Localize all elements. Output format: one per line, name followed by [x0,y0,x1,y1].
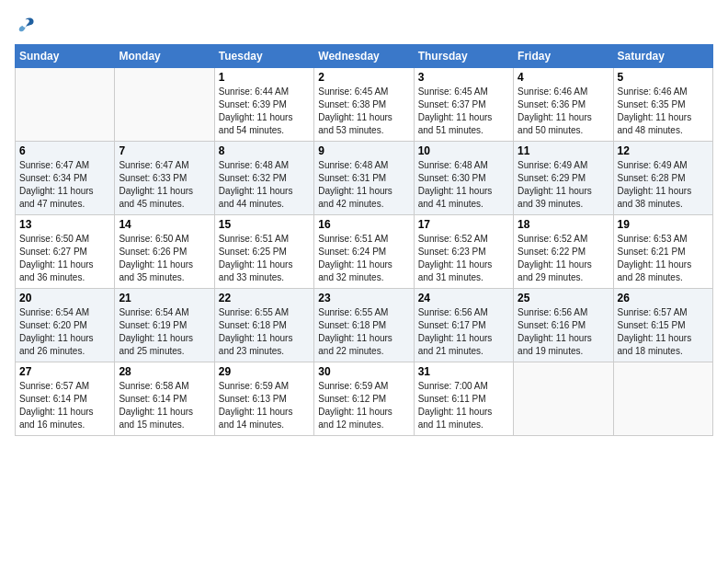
logo-bird-icon [15,15,37,37]
calendar-week-row: 27Sunrise: 6:57 AMSunset: 6:14 PMDayligh… [16,362,713,436]
calendar-cell: 20Sunrise: 6:54 AMSunset: 6:20 PMDayligh… [16,289,115,362]
calendar-cell: 22Sunrise: 6:55 AMSunset: 6:18 PMDayligh… [214,289,313,362]
day-number: 8 [219,144,310,157]
day-number: 4 [518,71,609,84]
day-number: 29 [219,365,310,378]
day-info: Sunrise: 6:59 AMSunset: 6:12 PMDaylight:… [318,380,409,431]
day-info: Sunrise: 6:54 AMSunset: 6:20 PMDaylight:… [19,306,110,358]
calendar-cell [613,362,712,436]
day-info: Sunrise: 6:50 AMSunset: 6:26 PMDaylight:… [119,233,210,284]
calendar-cell: 19Sunrise: 6:53 AMSunset: 6:21 PMDayligh… [613,215,712,289]
day-number: 11 [518,144,609,157]
day-info: Sunrise: 6:47 AMSunset: 6:34 PMDaylight:… [19,159,110,211]
day-number: 31 [418,365,509,378]
day-info: Sunrise: 6:55 AMSunset: 6:18 PMDaylight:… [219,306,310,358]
calendar-cell: 11Sunrise: 6:49 AMSunset: 6:29 PMDayligh… [514,142,613,215]
calendar-cell: 16Sunrise: 6:51 AMSunset: 6:24 PMDayligh… [314,215,414,289]
day-number: 12 [618,144,709,157]
calendar-cell: 18Sunrise: 6:52 AMSunset: 6:22 PMDayligh… [514,215,613,289]
day-number: 26 [618,292,709,304]
calendar-day-header: Thursday [414,45,513,68]
calendar-week-row: 1Sunrise: 6:44 AMSunset: 6:39 PMDaylight… [16,68,713,142]
calendar-cell [115,68,214,142]
day-info: Sunrise: 6:48 AMSunset: 6:30 PMDaylight:… [418,159,509,211]
calendar-day-header: Saturday [613,45,712,68]
calendar-day-header: Monday [115,45,214,68]
calendar-day-header: Friday [514,45,613,68]
calendar-cell: 31Sunrise: 7:00 AMSunset: 6:11 PMDayligh… [414,362,513,436]
day-number: 10 [418,144,509,157]
calendar-table: SundayMondayTuesdayWednesdayThursdayFrid… [15,44,713,436]
calendar-cell: 24Sunrise: 6:56 AMSunset: 6:17 PMDayligh… [414,289,513,362]
day-number: 21 [119,292,210,304]
day-info: Sunrise: 6:48 AMSunset: 6:31 PMDaylight:… [318,159,409,211]
day-info: Sunrise: 6:51 AMSunset: 6:25 PMDaylight:… [219,233,310,284]
day-number: 3 [418,71,509,84]
calendar-cell [16,68,115,142]
calendar-cell: 12Sunrise: 6:49 AMSunset: 6:28 PMDayligh… [613,142,712,215]
calendar-cell: 28Sunrise: 6:58 AMSunset: 6:14 PMDayligh… [115,362,214,436]
day-number: 25 [518,292,609,304]
day-info: Sunrise: 6:46 AMSunset: 6:36 PMDaylight:… [518,86,609,137]
day-info: Sunrise: 6:59 AMSunset: 6:13 PMDaylight:… [219,380,310,431]
day-number: 23 [318,292,409,304]
calendar-cell: 15Sunrise: 6:51 AMSunset: 6:25 PMDayligh… [214,215,313,289]
day-number: 14 [119,218,210,231]
calendar-cell: 23Sunrise: 6:55 AMSunset: 6:18 PMDayligh… [314,289,414,362]
calendar-cell: 5Sunrise: 6:46 AMSunset: 6:35 PMDaylight… [613,68,712,142]
day-info: Sunrise: 6:58 AMSunset: 6:14 PMDaylight:… [119,380,210,431]
day-info: Sunrise: 6:52 AMSunset: 6:22 PMDaylight:… [518,233,609,284]
day-info: Sunrise: 6:47 AMSunset: 6:33 PMDaylight:… [119,159,210,211]
day-info: Sunrise: 6:57 AMSunset: 6:14 PMDaylight:… [19,380,110,431]
day-number: 27 [19,365,110,378]
day-number: 15 [219,218,310,231]
calendar-cell: 4Sunrise: 6:46 AMSunset: 6:36 PMDaylight… [514,68,613,142]
day-info: Sunrise: 6:49 AMSunset: 6:28 PMDaylight:… [618,159,709,211]
day-number: 20 [19,292,110,304]
day-number: 9 [318,144,409,157]
calendar-header-row: SundayMondayTuesdayWednesdayThursdayFrid… [16,45,713,68]
calendar-cell: 14Sunrise: 6:50 AMSunset: 6:26 PMDayligh… [115,215,214,289]
day-number: 5 [618,71,709,84]
day-info: Sunrise: 6:56 AMSunset: 6:16 PMDaylight:… [518,306,609,358]
day-info: Sunrise: 6:52 AMSunset: 6:23 PMDaylight:… [418,233,509,284]
day-number: 1 [219,71,310,84]
logo [15,15,40,37]
calendar-cell: 3Sunrise: 6:45 AMSunset: 6:37 PMDaylight… [414,68,513,142]
calendar-cell: 17Sunrise: 6:52 AMSunset: 6:23 PMDayligh… [414,215,513,289]
day-number: 16 [318,218,409,231]
day-info: Sunrise: 6:51 AMSunset: 6:24 PMDaylight:… [318,233,409,284]
day-number: 6 [19,144,110,157]
calendar-cell [514,362,613,436]
calendar-cell: 10Sunrise: 6:48 AMSunset: 6:30 PMDayligh… [414,142,513,215]
calendar-cell: 7Sunrise: 6:47 AMSunset: 6:33 PMDaylight… [115,142,214,215]
day-number: 2 [318,71,409,84]
calendar-cell: 6Sunrise: 6:47 AMSunset: 6:34 PMDaylight… [16,142,115,215]
day-number: 18 [518,218,609,231]
day-info: Sunrise: 6:46 AMSunset: 6:35 PMDaylight:… [618,86,709,137]
day-number: 22 [219,292,310,304]
calendar-cell: 8Sunrise: 6:48 AMSunset: 6:32 PMDaylight… [214,142,313,215]
day-info: Sunrise: 7:00 AMSunset: 6:11 PMDaylight:… [418,380,509,431]
day-info: Sunrise: 6:53 AMSunset: 6:21 PMDaylight:… [618,233,709,284]
day-number: 7 [119,144,210,157]
calendar-cell: 2Sunrise: 6:45 AMSunset: 6:38 PMDaylight… [314,68,414,142]
calendar-day-header: Tuesday [214,45,313,68]
day-number: 28 [119,365,210,378]
calendar-cell: 1Sunrise: 6:44 AMSunset: 6:39 PMDaylight… [214,68,313,142]
day-number: 17 [418,218,509,231]
calendar-cell: 29Sunrise: 6:59 AMSunset: 6:13 PMDayligh… [214,362,313,436]
page-header [15,15,713,37]
calendar-cell: 27Sunrise: 6:57 AMSunset: 6:14 PMDayligh… [16,362,115,436]
calendar-cell: 26Sunrise: 6:57 AMSunset: 6:15 PMDayligh… [613,289,712,362]
day-info: Sunrise: 6:48 AMSunset: 6:32 PMDaylight:… [219,159,310,211]
calendar-cell: 13Sunrise: 6:50 AMSunset: 6:27 PMDayligh… [16,215,115,289]
day-number: 13 [19,218,110,231]
calendar-day-header: Sunday [16,45,115,68]
calendar-cell: 21Sunrise: 6:54 AMSunset: 6:19 PMDayligh… [115,289,214,362]
day-info: Sunrise: 6:50 AMSunset: 6:27 PMDaylight:… [19,233,110,284]
day-info: Sunrise: 6:55 AMSunset: 6:18 PMDaylight:… [318,306,409,358]
day-info: Sunrise: 6:57 AMSunset: 6:15 PMDaylight:… [618,306,709,358]
calendar-cell: 9Sunrise: 6:48 AMSunset: 6:31 PMDaylight… [314,142,414,215]
day-number: 30 [318,365,409,378]
